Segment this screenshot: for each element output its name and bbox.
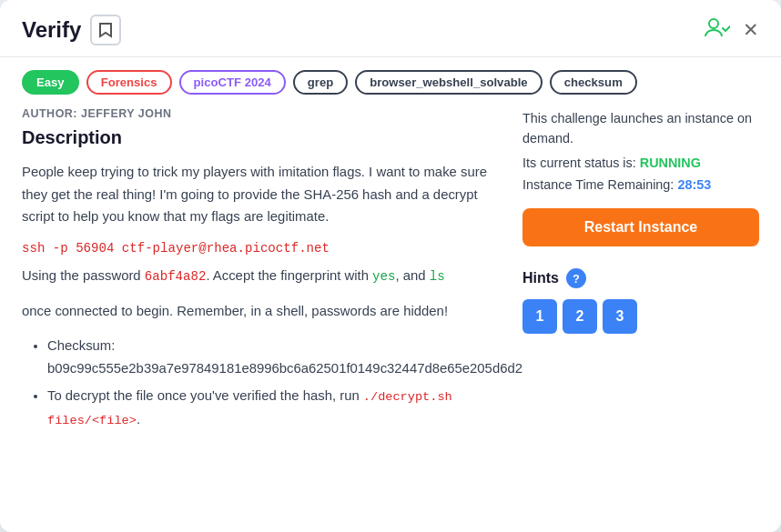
password-line: Using the password 6abf4a82. Accept the …	[22, 265, 493, 287]
close-button[interactable]: ✕	[743, 19, 759, 41]
bookmark-button[interactable]	[90, 15, 121, 45]
timer-line: Instance Time Remaining: 28:53	[522, 177, 759, 192]
hint-button-1[interactable]: 1	[522, 299, 557, 334]
password-footer: once connected to begin. Remember, in a …	[22, 300, 493, 323]
instance-description: This challenge launches an instance on d…	[522, 109, 759, 148]
status-label: Its current status is:	[522, 156, 640, 170]
tags-row: Easy Forensics picoCTF 2024 grep browser…	[0, 57, 781, 107]
tag-browser-webshell[interactable]: browser_webshell_solvable	[355, 70, 542, 95]
header-actions: ✕	[705, 17, 759, 43]
svg-point-0	[709, 19, 718, 28]
tag-grep[interactable]: grep	[293, 70, 348, 95]
hints-help-icon[interactable]: ?	[566, 268, 586, 288]
left-panel: AUTHOR: JEFFERY JOHN Description People …	[22, 107, 493, 437]
decrypt-intro: To decrypt the file once you've verified…	[47, 388, 363, 403]
password-mid-text: . Accept the fingerprint with	[206, 268, 372, 283]
checksum-item: Checksum: b09c99c555e2b39a7e97849181e899…	[47, 335, 493, 379]
main-content: AUTHOR: JEFFERY JOHN Description People …	[0, 107, 781, 458]
timer-label: Instance Time Remaining:	[522, 177, 677, 192]
hints-label: Hints	[522, 270, 559, 286]
yes-value: yes	[372, 269, 395, 284]
tag-picoctf[interactable]: picoCTF 2024	[179, 70, 286, 95]
hint-button-3[interactable]: 3	[603, 299, 637, 334]
author-label: AUTHOR: JEFFERY JOHN	[22, 107, 493, 120]
title-area: Verify	[22, 15, 121, 45]
user-check-icon	[705, 17, 730, 43]
page-title: Verify	[22, 17, 81, 43]
description-body: People keep trying to trick my players w…	[22, 161, 493, 228]
modal-header: Verify ✕	[0, 0, 781, 45]
timer-value: 28:53	[677, 177, 711, 192]
checksum-label: Checksum:	[47, 338, 115, 353]
ls-value: ls	[430, 269, 445, 284]
password-value: 6abf4a82	[145, 269, 207, 284]
status-value: RUNNING	[640, 156, 701, 170]
checksum-value: b09c99c555e2b39a7e97849181e8996bc6a62501…	[47, 361, 522, 376]
hints-header: Hints ?	[522, 268, 759, 288]
right-panel: This challenge launches an instance on d…	[522, 107, 759, 437]
tag-forensics[interactable]: Forensics	[86, 70, 172, 95]
restart-instance-button[interactable]: Restart Instance	[522, 208, 759, 246]
password-intro-text: Using the password	[22, 268, 145, 283]
decrypt-end: .	[137, 412, 140, 427]
status-line: Its current status is: RUNNING	[522, 156, 759, 170]
password-end-text: , and	[395, 268, 429, 283]
tag-checksum[interactable]: checksum	[550, 70, 637, 95]
description-heading: Description	[22, 127, 493, 148]
modal-container: Verify ✕ Easy Forensics picoCTF 2024 gre…	[0, 0, 781, 532]
tag-easy[interactable]: Easy	[22, 70, 79, 95]
ssh-command: ssh -p 56904 ctf-player@rhea.picoctf.net	[22, 241, 493, 256]
hints-section: Hints ? 1 2 3	[522, 268, 759, 334]
hints-buttons: 1 2 3	[522, 299, 759, 334]
decrypt-item: To decrypt the file once you've verified…	[47, 385, 493, 431]
hint-button-2[interactable]: 2	[563, 299, 597, 334]
bullet-list: Checksum: b09c99c555e2b39a7e97849181e899…	[22, 335, 493, 431]
